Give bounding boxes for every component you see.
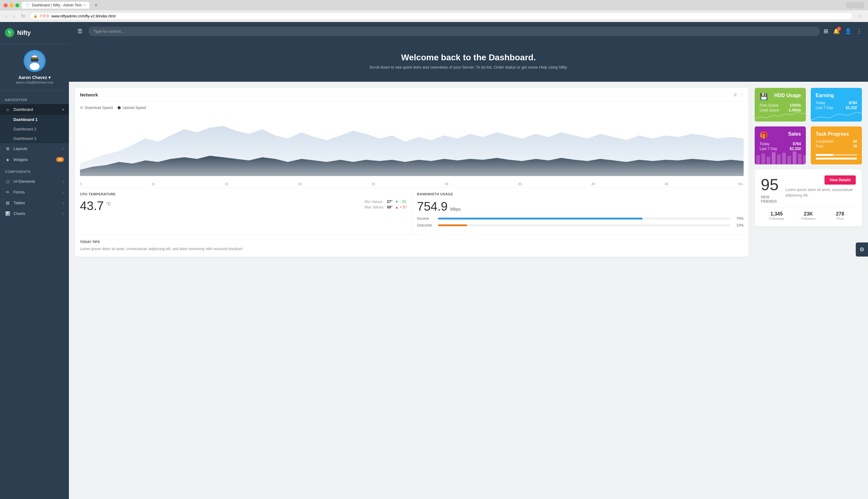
chevron-right-icon: ›	[63, 211, 64, 216]
topbar: ☰ ⊞ 🔔 1 👤 ⋮	[69, 22, 868, 40]
sidebar-item-label: Dashboard	[13, 107, 59, 112]
sidebar-item-dashboard[interactable]: ⌂ Dashboard ▾	[0, 104, 69, 115]
earning-card-title: Earning	[816, 93, 834, 98]
maximize-dot[interactable]	[15, 3, 19, 7]
earning-wave-chart	[811, 106, 862, 122]
sidebar-item-label: Layouts	[13, 146, 60, 151]
refresh-button[interactable]: ↻	[19, 13, 27, 20]
avatar	[24, 50, 46, 72]
task-total-row: Total 79	[816, 144, 857, 148]
earning-today-value: $764	[849, 101, 857, 105]
sidebar-subitem-dashboard3[interactable]: Dashboard 3	[0, 134, 69, 143]
svg-rect-12	[793, 151, 796, 165]
sales-card-top: 🎁 Sales	[760, 131, 801, 139]
security-icon: 🔒	[33, 14, 38, 18]
app-layout: 🍃 Nifty Aaron Chavez ▾ aaron.cha@themeon…	[0, 22, 868, 499]
network-chart-area	[75, 113, 749, 181]
chevron-right-icon: ›	[63, 179, 64, 184]
settings-overlay-button[interactable]: ⚙	[856, 242, 868, 257]
x-label: 45	[665, 182, 668, 186]
chevron-down-icon[interactable]: ▾	[48, 75, 50, 80]
view-details-button[interactable]: View Details	[824, 175, 856, 185]
minimize-dot[interactable]	[10, 3, 13, 7]
sidebar-item-charts[interactable]: 📊 Charts ›	[0, 208, 69, 219]
sidebar-item-label: Charts	[13, 211, 60, 216]
hero-subtitle: Scroll down to see quick links and overv…	[75, 65, 862, 70]
content-grid: Network ↺ ⋮ Download Speed	[75, 88, 862, 257]
earning-card-top: Earning	[816, 93, 857, 98]
user-icon[interactable]: 👤	[845, 28, 852, 35]
cpu-section-title: CPU TEMPERATURE	[80, 192, 407, 196]
svg-rect-10	[782, 153, 786, 165]
bookmark-icon[interactable]: ☆	[855, 14, 864, 19]
hamburger-icon[interactable]: ☰	[75, 25, 85, 37]
close-dot[interactable]	[4, 3, 8, 7]
task-stats: Completed 34 Total 79	[816, 139, 857, 148]
x-label: 25	[371, 182, 375, 186]
address-url: www.niftyadmin.cn/nifty-v2.9/index.html	[51, 14, 116, 19]
sidebar-subitem-dashboard1[interactable]: Dashboard 1	[0, 115, 69, 124]
browser-tab[interactable]: 📄 Dashboard | Nifty - Admin Tem ✕	[22, 2, 89, 9]
cpu-max-delta: ▲ + 57	[395, 205, 407, 209]
following-label: Following	[761, 217, 792, 220]
bandwidth-section-title: BANDWIDTH USAGE	[417, 192, 744, 196]
more-options-icon[interactable]: ⋮	[739, 93, 744, 97]
income-bar-fill	[438, 218, 643, 219]
today-tips-title: TODAY TIPS	[80, 240, 744, 244]
sidebar-item-widgets[interactable]: ◈ Widgets 24	[0, 154, 69, 165]
new-tab-button[interactable]: +	[92, 2, 100, 9]
social-card-right: View Details Lorem ipsum dolor sit amet,…	[786, 175, 856, 198]
more-icon[interactable]: ⋮	[856, 28, 862, 35]
x-label: 15	[225, 182, 229, 186]
sidebar-item-ui-elements[interactable]: ◻ UI Elements ›	[0, 176, 69, 187]
widgets-icon: ◈	[5, 157, 10, 162]
outcome-label: Outcome	[417, 223, 435, 228]
notifications-icon[interactable]: 🔔 1	[833, 28, 840, 35]
topbar-icons: ⊞ 🔔 1 👤 ⋮	[823, 28, 862, 35]
sidebar-logo: 🍃	[5, 28, 14, 37]
svg-rect-13	[798, 154, 801, 165]
cpu-max-row: Max Values 69° ▲ + 57	[364, 205, 407, 209]
sidebar-item-forms[interactable]: ✏ Forms ›	[0, 187, 69, 197]
upload-legend-dot	[118, 106, 121, 109]
sales-card: 🎁 Sales Today $764 Last 7 Day	[755, 126, 806, 165]
browser-dots	[4, 3, 19, 7]
outcome-row: Outcome 10%	[417, 223, 744, 228]
social-description: Lorem ipsum dolor sit amet, consectetuer…	[786, 187, 856, 198]
x-label: 20	[298, 182, 302, 186]
grid-icon[interactable]: ⊞	[823, 28, 828, 35]
chart-legend: Download Speed Upload Speed	[75, 102, 749, 113]
cpu-min-row: Min Values 27° ▼ - 20	[364, 199, 407, 204]
task-completed-value: 34	[853, 139, 857, 144]
total-progress-track	[816, 158, 857, 159]
back-button[interactable]: ‹	[4, 13, 9, 20]
social-number: 95	[761, 175, 781, 194]
forms-icon: ✏	[5, 190, 10, 194]
network-card: Network ↺ ⋮ Download Speed	[75, 88, 749, 257]
hdd-card: 💾 HDD Usage Free Space 132Gb U	[755, 88, 806, 122]
x-label: 10	[151, 182, 155, 186]
post-value: 278	[824, 211, 856, 217]
download-legend-dot	[80, 106, 83, 109]
search-input[interactable]	[88, 27, 820, 36]
earning-card: Earning Today $764 Last 7 Day	[811, 88, 862, 122]
sidebar-item-layouts[interactable]: ⊞ Layouts ›	[0, 143, 69, 154]
cpu-value: 43.7	[80, 199, 104, 212]
bandwidth-unit: Mbps	[450, 207, 461, 211]
refresh-icon[interactable]: ↺	[733, 93, 737, 97]
svg-rect-4	[32, 57, 38, 59]
sidebar: 🍃 Nifty Aaron Chavez ▾ aaron.cha@themeon…	[0, 22, 69, 499]
cpu-temperature: 43.7 °C Min Values 27° ▼ - 20	[80, 199, 407, 212]
address-bar[interactable]: 🔒 不安全 www.niftyadmin.cn/nifty-v2.9/index…	[29, 12, 853, 20]
sidebar-item-tables[interactable]: ▤ Tables ›	[0, 197, 69, 208]
network-chart-svg	[80, 113, 744, 176]
sidebar-subitem-dashboard2[interactable]: Dashboard 2	[0, 124, 69, 134]
task-total-label: Total	[816, 144, 823, 148]
nav-section-label: NAVIGATION	[0, 96, 69, 104]
task-total-value: 79	[853, 144, 857, 148]
chevron-right-icon: ›	[63, 190, 64, 194]
hero-section: Welcome back to the Dashboard. Scroll do…	[69, 40, 868, 82]
forward-button[interactable]: ›	[11, 13, 16, 20]
browser-toolbar: ‹ › ↻ 🔒 不安全 www.niftyadmin.cn/nifty-v2.9…	[0, 10, 868, 22]
tab-close-button[interactable]: ✕	[83, 4, 86, 7]
